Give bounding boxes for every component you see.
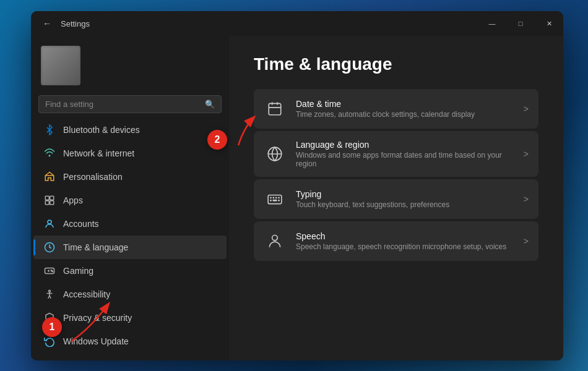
- card-typing-subtitle: Touch keyboard, text suggestions, prefer…: [296, 200, 524, 209]
- card-date-time-subtitle: Time zones, automatic clock settings, ca…: [296, 110, 524, 119]
- gaming-icon: [43, 265, 56, 277]
- network-icon: [43, 147, 56, 160]
- card-language-region-chevron: >: [524, 149, 529, 159]
- sidebar-item-privacy[interactable]: Privacy & security: [33, 306, 227, 330]
- personalisation-icon: [43, 171, 56, 183]
- svg-rect-14: [269, 103, 281, 114]
- annotation-circle-1: 1: [42, 317, 62, 337]
- page-title: Time & language: [254, 54, 538, 74]
- sidebar-nav: Bluetooth & devices Network & internet: [31, 118, 229, 353]
- svg-point-13: [49, 290, 51, 292]
- avatar: [41, 46, 80, 85]
- sidebar-item-time[interactable]: Time & language: [33, 236, 227, 259]
- card-date-time-text: Date & time Time zones, automatic clock …: [296, 99, 524, 119]
- card-typing-text: Typing Touch keyboard, text suggestions,…: [296, 189, 524, 209]
- accessibility-icon: [43, 288, 56, 301]
- card-language-region-subtitle: Windows and some apps format dates and t…: [296, 151, 524, 168]
- search-area: 🔍: [31, 90, 229, 118]
- svg-point-12: [52, 271, 53, 272]
- sidebar-item-personalisation[interactable]: Personalisation: [33, 165, 227, 189]
- svg-rect-3: [50, 196, 54, 200]
- card-typing-chevron: >: [524, 194, 529, 204]
- card-date-time-title: Date & time: [296, 99, 524, 109]
- search-icon: 🔍: [205, 100, 215, 109]
- title-bar: ← Settings — □ ✕: [31, 11, 563, 36]
- sidebar-item-bluetooth[interactable]: Bluetooth & devices: [33, 118, 227, 142]
- sidebar-label-personalisation: Personalisation: [63, 172, 123, 182]
- svg-rect-20: [268, 195, 282, 204]
- sidebar-item-network[interactable]: Network & internet: [33, 142, 227, 165]
- bluetooth-icon: [43, 124, 56, 136]
- back-button[interactable]: ←: [38, 15, 56, 32]
- typing-icon: [264, 188, 286, 210]
- svg-point-0: [49, 155, 51, 156]
- accounts-icon: [43, 218, 56, 230]
- annotation-circle-2: 2: [207, 130, 227, 150]
- svg-rect-4: [45, 201, 49, 205]
- card-typing[interactable]: Typing Touch keyboard, text suggestions,…: [254, 179, 538, 219]
- card-speech-subtitle: Speech language, speech recognition micr…: [296, 242, 524, 251]
- sidebar-label-gaming: Gaming: [63, 266, 93, 276]
- sidebar-item-accounts[interactable]: Accounts: [33, 212, 227, 236]
- sidebar-item-windows-update[interactable]: Windows Update: [33, 330, 227, 353]
- sidebar-label-network: Network & internet: [63, 148, 134, 158]
- sidebar-item-gaming[interactable]: Gaming: [33, 259, 227, 283]
- date-time-icon: [264, 98, 286, 120]
- card-speech-chevron: >: [524, 236, 529, 246]
- windows-update-icon: [43, 335, 56, 348]
- card-speech-title: Speech: [296, 231, 524, 241]
- minimize-button[interactable]: —: [478, 11, 506, 36]
- card-language-region[interactable]: Language & region Windows and some apps …: [254, 131, 538, 177]
- speech-icon: [264, 230, 286, 252]
- sidebar-label-apps: Apps: [63, 195, 83, 205]
- card-date-time-chevron: >: [524, 104, 529, 114]
- card-speech-text: Speech Speech language, speech recogniti…: [296, 231, 524, 251]
- svg-point-6: [48, 220, 51, 224]
- apps-icon: [43, 194, 56, 207]
- card-speech[interactable]: Speech Speech language, speech recogniti…: [254, 221, 538, 261]
- window-controls: — □ ✕: [478, 11, 563, 36]
- window-title: Settings: [61, 19, 90, 28]
- svg-point-28: [272, 235, 278, 241]
- sidebar-label-privacy: Privacy & security: [63, 313, 132, 323]
- sidebar-item-accessibility[interactable]: Accessibility: [33, 283, 227, 306]
- search-input[interactable]: [45, 100, 200, 109]
- time-icon: [43, 241, 56, 254]
- sidebar-label-accessibility: Accessibility: [63, 289, 110, 299]
- sidebar: 🔍 Bluetooth & devices: [31, 36, 229, 360]
- avatar-section: [31, 36, 229, 90]
- language-region-icon: [264, 143, 286, 165]
- maximize-button[interactable]: □: [506, 11, 535, 36]
- search-box[interactable]: 🔍: [38, 95, 222, 113]
- sidebar-item-apps[interactable]: Apps: [33, 189, 227, 212]
- sidebar-label-windows-update: Windows Update: [63, 336, 129, 346]
- sidebar-label-accounts: Accounts: [63, 219, 99, 229]
- sidebar-label-bluetooth: Bluetooth & devices: [63, 125, 140, 135]
- content-area: 🔍 Bluetooth & devices: [31, 36, 563, 360]
- sidebar-label-time: Time & language: [63, 242, 128, 252]
- main-panel: Time & language Date & time Time zones, …: [229, 36, 563, 360]
- card-date-time[interactable]: Date & time Time zones, automatic clock …: [254, 89, 538, 129]
- title-bar-left: ← Settings: [38, 15, 90, 32]
- card-typing-title: Typing: [296, 189, 524, 199]
- svg-rect-5: [50, 201, 54, 205]
- svg-rect-2: [45, 196, 49, 200]
- settings-window: ← Settings — □ ✕ 🔍: [31, 11, 563, 360]
- card-language-region-text: Language & region Windows and some apps …: [296, 140, 524, 168]
- card-language-region-title: Language & region: [296, 140, 524, 150]
- close-button[interactable]: ✕: [535, 11, 563, 36]
